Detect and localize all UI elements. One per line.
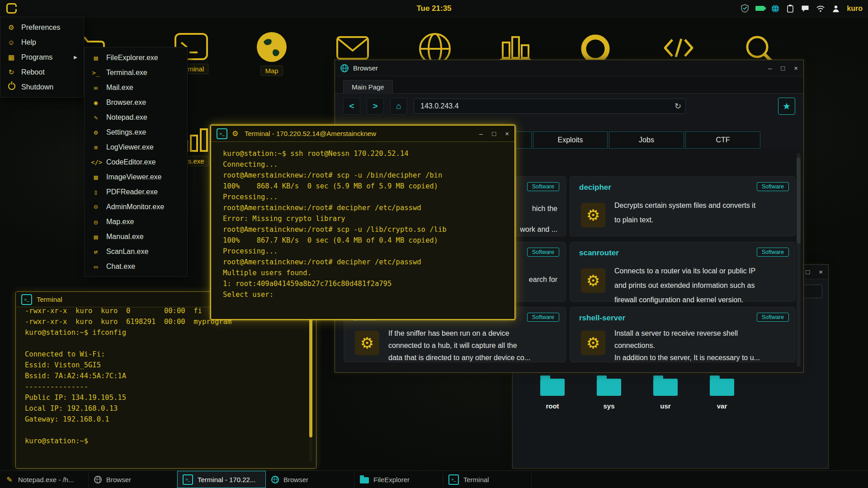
taskbar-item-terminal-remote[interactable]: >_ Terminal - 170.22... (177, 471, 266, 488)
grid-icon: ▦ (7, 53, 16, 61)
menu-item-pdfreader[interactable]: ▯ PDFReader.exe (85, 184, 187, 199)
user-icon[interactable] (832, 5, 840, 13)
card-description: hich the work and ... (520, 198, 557, 240)
menu-item-adminmonitor[interactable]: ☺ AdminMonitor.exe (85, 199, 187, 214)
back-button[interactable]: < (343, 98, 360, 115)
system-tray: kuro (741, 0, 863, 17)
card-description: If the sniffer has been run on a device … (388, 327, 557, 364)
menu-item-label: ImageViewer.exe (106, 173, 161, 181)
menu-item-manual[interactable]: ▤ Manual.exe (85, 229, 187, 244)
image-icon: ▨ (91, 174, 101, 181)
bookmark-button[interactable]: ★ (778, 98, 795, 115)
folder-usr[interactable]: usr (645, 379, 686, 410)
folder-label: sys (589, 402, 629, 410)
terminal-titlebar[interactable]: >_ ⚙ Terminal - 170.220.52.14@Amerstainc… (211, 126, 514, 142)
menu-item-scanlan[interactable]: ⇄ ScanLan.exe (85, 244, 187, 259)
gear-icon: ⚙ (581, 331, 605, 355)
menu-item-label: Browser.exe (106, 99, 146, 107)
pencil-icon: ✎ (5, 475, 14, 484)
network-icon: ⇄ (91, 248, 101, 255)
menu-item-settings[interactable]: ⚙ Settings.exe (85, 125, 187, 140)
software-badge: Software (757, 313, 789, 322)
software-card-scanrouter[interactable]: scanrouter Software ⚙ Connects to a rout… (570, 242, 796, 302)
folder-root[interactable]: root (532, 379, 573, 410)
wifi-icon[interactable] (816, 5, 825, 12)
browser-scrollbar-thumb[interactable] (797, 158, 801, 244)
folder-icon (540, 379, 565, 396)
scrollbar-thumb[interactable] (309, 311, 312, 437)
terminal-output[interactable]: -rwxr-xr-x kuro kuro 0 00:00 fi -rwxr-xr… (16, 304, 316, 451)
menu-item-preferences[interactable]: ⚙ Preferences (0, 20, 84, 35)
folder-sys[interactable]: sys (589, 379, 629, 410)
maximize-button[interactable]: □ (806, 268, 810, 276)
shield-icon[interactable] (741, 4, 749, 13)
url-input[interactable] (414, 99, 686, 114)
chat-icon[interactable] (801, 5, 809, 12)
gear-icon: ⚙ (232, 129, 240, 138)
minimize-button[interactable]: – (479, 130, 483, 137)
desktop-icon-code[interactable] (658, 33, 699, 63)
menu-item-label: Notepad.exe (106, 113, 147, 122)
browser-page-tab[interactable]: Main Page (343, 80, 393, 94)
menu-item-label: Map.exe (106, 218, 134, 226)
menu-item-programs[interactable]: ▦ Programs ▶ (0, 50, 84, 65)
software-card-decipher[interactable]: decipher Software ⚙ Decrypts certain sys… (570, 176, 796, 236)
close-button[interactable]: × (794, 64, 798, 72)
menu-item-imageviewer[interactable]: ▨ ImageViewer.exe (85, 169, 187, 184)
terminal-output[interactable]: kuro@station:~$ ssh root@Nessn 170.220.5… (211, 142, 514, 306)
maximize-button[interactable]: □ (781, 64, 785, 72)
gear-icon: ⚙ (91, 129, 101, 136)
software-card-rshell-server[interactable]: rshell-server Software ⚙ Install a serve… (570, 307, 796, 362)
tab-jobs[interactable]: Jobs (609, 131, 684, 149)
close-button[interactable]: × (819, 268, 823, 276)
menu-item-label: Preferences (21, 23, 60, 32)
window-title: Browser (353, 64, 378, 72)
menu-item-logviewer[interactable]: ≡ LogViewer.exe (85, 140, 187, 155)
menu-item-fileexplorer[interactable]: ▤ FileExplorer.exe (85, 50, 187, 65)
map-icon: ◎ (91, 218, 101, 225)
programs-menu: ▤ FileExplorer.exe >_ Terminal.exe ✉ Mai… (84, 47, 188, 277)
refresh-icon[interactable]: ↻ (675, 101, 681, 111)
taskbar-item-browser-1[interactable]: Browser (89, 471, 177, 488)
menu-item-help[interactable]: ☺ Help (0, 35, 84, 50)
desktop-icon-mail[interactable] (332, 34, 373, 61)
top-bar: Tue 21:35 kuro (0, 0, 868, 17)
browser-titlebar[interactable]: Browser – □ × (335, 60, 803, 76)
menu-item-chat[interactable]: ▭ Chat.exe (85, 259, 187, 274)
menu-item-shutdown[interactable]: Shutdown (0, 80, 84, 94)
battery-icon[interactable] (755, 6, 764, 11)
software-badge: Software (527, 248, 559, 257)
taskbar-item-browser-2[interactable]: Browser (266, 471, 354, 488)
menu-item-browser[interactable]: ◉ Browser.exe (85, 95, 187, 110)
software-badge: Software (527, 313, 559, 322)
clipboard-icon[interactable] (786, 5, 794, 13)
forward-button[interactable]: > (367, 98, 384, 115)
menu-item-label: CodeEditor.exe (106, 158, 156, 166)
taskbar-item-notepad[interactable]: ✎ Notepad.exe - /h... (0, 471, 89, 488)
minimize-button[interactable]: – (768, 64, 772, 72)
menu-item-notepad[interactable]: ✎ Notepad.exe (85, 110, 187, 125)
taskbar-item-terminal-local[interactable]: >_ Terminal (443, 471, 532, 488)
home-button[interactable]: ⌂ (390, 98, 407, 115)
taskbar-item-fileexplorer[interactable]: FileExplorer (354, 471, 443, 488)
menu-item-terminal[interactable]: >_ Terminal.exe (85, 65, 187, 80)
folder-var[interactable]: var (702, 379, 742, 410)
menu-item-label: Chat.exe (106, 263, 135, 271)
menu-item-reboot[interactable]: ↻ Reboot (0, 65, 84, 80)
tab-exploits[interactable]: Exploits (533, 131, 608, 149)
menu-item-mail[interactable]: ✉ Mail.exe (85, 80, 187, 95)
close-button[interactable]: × (505, 130, 509, 137)
menu-item-label: ScanLan.exe (106, 248, 148, 256)
tab-ctf[interactable]: CTF (685, 131, 760, 149)
menu-item-codeeditor[interactable]: </> CodeEditor.exe (85, 155, 187, 169)
browser-navbar: < > ⌂ ↻ ★ (335, 94, 803, 119)
list-icon: ≡ (91, 144, 101, 151)
person-icon: ☺ (91, 203, 101, 211)
desktop-icon-building[interactable] (495, 33, 536, 62)
network-globe-icon[interactable] (771, 5, 779, 13)
username[interactable]: kuro (847, 5, 863, 13)
menu-item-label: Reboot (21, 68, 45, 76)
maximize-button[interactable]: □ (492, 130, 496, 137)
menu-item-map[interactable]: ◎ Map.exe (85, 214, 187, 229)
desktop-icon-map[interactable]: Map (251, 31, 292, 76)
